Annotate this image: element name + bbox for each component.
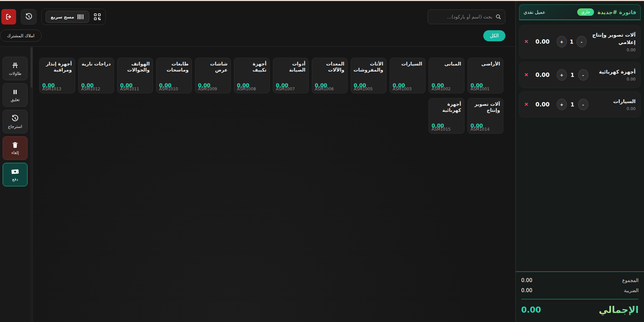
sidebar-item-pay[interactable]: دفع: [3, 163, 28, 186]
category-card[interactable]: أجهزة تكييف 0.00 ASM1008: [234, 58, 270, 93]
history-button[interactable]: [21, 9, 37, 25]
category-name: أجهزة كهربائية: [432, 101, 461, 113]
category-code: ASM1013: [42, 87, 61, 91]
sidebar-item-return[interactable]: استرجاع: [3, 110, 28, 133]
category-name: أجهزة تكييف: [237, 61, 266, 73]
category-name: المبانى: [432, 61, 461, 67]
sidebar-item-hold[interactable]: تعليق: [3, 83, 28, 107]
subtotal-value: 0.00: [521, 277, 532, 283]
remove-item-button[interactable]: ✕: [524, 101, 529, 107]
remove-item-button[interactable]: ✕: [524, 72, 529, 78]
scrollbar[interactable]: [30, 47, 33, 322]
tax-row: الضريبة 0.00: [521, 287, 639, 293]
cart-item: السيارات 0.00 - 1 + 0.00 ✕: [519, 91, 641, 118]
grand-total-label: الإجمالي: [599, 304, 639, 315]
category-card[interactable]: الأراضى 0.00 ASM1001: [467, 58, 503, 93]
cart-item: أجهزة كهربائية 0.00 - 1 + 0.00 ✕: [519, 62, 641, 88]
increase-qty-button[interactable]: +: [557, 99, 567, 110]
logout-icon: [5, 13, 12, 20]
filter-all-chip[interactable]: الكل: [483, 30, 506, 41]
trash-icon: [11, 141, 19, 149]
search-input[interactable]: [431, 14, 492, 19]
category-name: المعدات والآلات: [315, 61, 344, 73]
sidebar-item-cancel[interactable]: إلغاء: [3, 136, 28, 160]
filter-row: الكل املاك المشترك: [0, 30, 505, 41]
category-code: ASM1002: [432, 87, 451, 91]
category-card[interactable]: شاشات عرض 0.00 ASM1009: [195, 58, 231, 93]
history-icon: [25, 13, 33, 21]
categories-area: الأراضى 0.00 ASM1001 المبانى 0.00 ASM100…: [33, 47, 515, 322]
category-name: السيارات: [393, 61, 422, 67]
topbar: مسح سريع: [1, 9, 505, 25]
category-name: الأراضى: [471, 61, 500, 67]
cart-item-info: أجهزة كهربائية 0.00: [591, 68, 636, 82]
grand-total-row: الإجمالي 0.00: [521, 304, 639, 315]
category-name: طابعات وماسحات: [159, 61, 189, 73]
category-card[interactable]: السيارات 0.00 ASM1003: [390, 58, 426, 93]
filter-group-chip[interactable]: املاك المشترك: [0, 30, 42, 42]
quick-scan-label: مسح سريع: [51, 14, 74, 19]
logout-button[interactable]: [1, 9, 16, 25]
sidebar-item-label: دفع: [12, 177, 18, 182]
category-card[interactable]: المبانى 0.00 ASM1002: [429, 58, 464, 93]
category-card[interactable]: الأثاث والمفروشات 0.00 ASM1005: [351, 58, 387, 93]
barcode-icon: [77, 14, 84, 20]
invoice-totals: المجموع 0.00 الضريبة 0.00 الإجمالي 0.00: [516, 271, 644, 322]
category-code: ASM1001: [470, 87, 490, 91]
category-card[interactable]: المعدات والآلات 0.00 ASM1006: [312, 58, 348, 93]
quick-scan-button[interactable]: مسح سريع: [46, 11, 89, 23]
cart-item-qty: 1: [569, 72, 576, 78]
categories-grid: الأراضى 0.00 ASM1001 المبانى 0.00 ASM100…: [33, 58, 503, 134]
increase-qty-button[interactable]: +: [557, 36, 567, 47]
invoice-status-badge[interactable]: جاري: [577, 8, 594, 16]
cart-item-price: 0.00: [535, 72, 550, 78]
qr-code-icon[interactable]: [93, 13, 101, 21]
cart-item-line-total: 0.00: [591, 106, 636, 111]
category-card[interactable]: طابعات وماسحات 0.00 ASM1010: [156, 58, 192, 93]
cart-item-name: السيارات: [591, 98, 636, 105]
category-code: ASM1007: [276, 87, 295, 91]
category-code: ASM1014: [470, 127, 490, 132]
decrease-qty-button[interactable]: -: [578, 69, 588, 81]
cart-item-line-total: 0.00: [589, 48, 636, 52]
totals-divider: [521, 299, 639, 300]
category-name: دراجات نارية: [82, 61, 111, 67]
cart-item-price: 0.00: [535, 38, 550, 45]
category-card[interactable]: أجهزة كهربائية 0.00 ASM1015: [429, 98, 464, 134]
cart-item-name: آلات تصوير وإنتاج إعلامي: [589, 31, 636, 46]
sidebar-item-label: تعليق: [11, 97, 20, 102]
cash-icon: [11, 168, 19, 175]
category-code: ASM1010: [159, 87, 178, 91]
cart-list: آلات تصوير وإنتاج إعلامي 0.00 - 1 + 0.00…: [516, 20, 644, 271]
category-card[interactable]: آلات تصوير وإنتاج 0.00 ASM1014: [467, 98, 503, 134]
tables-icon: [11, 61, 19, 70]
tax-value: 0.00: [521, 287, 532, 293]
category-card[interactable]: الهواتف والجوالات 0.00 ASM1011: [117, 58, 153, 93]
grand-total-value: 0.00: [521, 305, 541, 315]
main-area: مسح سريع: [0, 1, 515, 322]
sidebar-item-label: استرجاع: [8, 124, 22, 129]
sidebar-item-tables[interactable]: طاولات: [3, 57, 28, 80]
category-card[interactable]: أدوات الصيانة 0.00 ASM1007: [273, 58, 309, 93]
category-card[interactable]: دراجات نارية 0.00 ASM1012: [78, 58, 114, 93]
category-code: ASM1015: [432, 127, 451, 132]
tax-label: الضريبة: [624, 288, 639, 293]
category-code: ASM1009: [198, 87, 217, 91]
decrease-qty-button[interactable]: -: [578, 99, 588, 110]
category-code: ASM1005: [354, 87, 373, 91]
increase-qty-button[interactable]: +: [557, 69, 567, 81]
subtotal-row: المجموع 0.00: [521, 277, 639, 283]
cart-item-price: 0.00: [535, 101, 550, 108]
scrollbar-thumb[interactable]: [31, 47, 33, 88]
decrease-qty-button[interactable]: -: [577, 36, 587, 47]
search-icon: [495, 13, 502, 20]
category-code: ASM1006: [315, 87, 334, 91]
category-code: ASM1008: [237, 87, 256, 91]
invoice-customer[interactable]: عميل نقدي: [524, 9, 545, 15]
cart-item-qty: 1: [569, 101, 576, 108]
category-card[interactable]: أجهزة إنذار ومراقبة 0.00 ASM1013: [39, 58, 75, 93]
remove-item-button[interactable]: ✕: [524, 39, 529, 45]
pos-app: فاتورة #جديدة جاري عميل نقدي آلات تصوير …: [0, 1, 644, 322]
subtotal-label: المجموع: [622, 278, 639, 283]
cart-item-line-total: 0.00: [591, 77, 636, 82]
